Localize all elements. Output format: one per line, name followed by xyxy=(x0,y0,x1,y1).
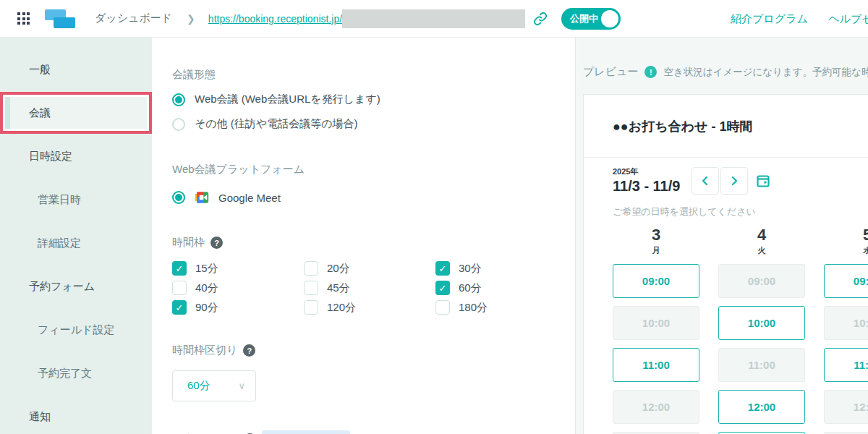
next-week-button[interactable] xyxy=(720,167,748,195)
sidebar-item[interactable]: 予約完了文 xyxy=(0,357,152,389)
time-slot-available[interactable]: 11:00 xyxy=(613,348,699,382)
day-date: 5 xyxy=(824,226,868,244)
top-header: ダッシュボード ❯ https://booking.receptionist.j… xyxy=(0,0,868,38)
time-slot-unavailable: 09:00 xyxy=(718,264,805,298)
time-slot-unavailable: 10:00 xyxy=(613,306,699,340)
slot-interval-label: 時間枠区切り xyxy=(172,344,237,357)
booking-preview-card: ●●お打ち合わせ - 1時間 2025年 11/3 - 11/9 xyxy=(583,94,868,434)
annotation-highlight-box: 会議 xyxy=(0,92,152,134)
week-range: 11/3 - 11/9 xyxy=(613,178,680,195)
duration-option[interactable]: ✓90分 xyxy=(172,300,304,315)
prev-week-button[interactable] xyxy=(692,167,719,195)
checkbox-checked-icon[interactable]: ✓ xyxy=(435,281,450,295)
radio-option-web-meeting[interactable]: Web会議 (Web会議URLを発行します) xyxy=(172,93,575,106)
duration-option[interactable]: 180分 xyxy=(435,300,567,315)
enterprise-badge: エンタープライズ xyxy=(262,430,350,434)
help-icon[interactable]: ? xyxy=(243,344,255,357)
duration-option[interactable]: 20分 xyxy=(304,261,435,276)
radio-selected-icon[interactable] xyxy=(172,93,185,106)
publish-status-toggle[interactable]: 公開中 xyxy=(561,8,621,30)
radio-unselected-icon[interactable] xyxy=(172,118,185,131)
sidebar-item[interactable]: フィールド設定 xyxy=(0,314,152,346)
duration-grid: ✓15分20分✓30分40分45分✓60分✓90分120分180分 xyxy=(172,261,575,315)
day-column: 3月09:0010:0011:0012:00 xyxy=(613,226,699,434)
checkbox-unchecked-icon[interactable] xyxy=(435,300,450,315)
radio-selected-icon[interactable] xyxy=(172,191,185,204)
time-slot-unavailable: 11:00 xyxy=(718,348,805,382)
time-slot-unavailable: 12:00 xyxy=(613,390,699,424)
time-slot-unavailable: 10:00 xyxy=(824,306,868,340)
settings-panel: 会議形態 Web会議 (Web会議URLを発行します) その他 (往訪や電話会議… xyxy=(152,38,575,434)
duration-option[interactable]: ✓15分 xyxy=(172,261,304,276)
platform-label: Web会議プラットフォーム xyxy=(172,163,575,176)
sidebar-item-active[interactable]: 会議 xyxy=(5,97,147,129)
checkbox-checked-icon[interactable]: ✓ xyxy=(172,300,187,315)
redacted-url-segment xyxy=(342,9,525,28)
day-header: 3月 xyxy=(613,226,699,256)
day-column: 4火09:0010:0011:0012:00 xyxy=(718,226,805,434)
publish-status-label: 公開中 xyxy=(570,12,598,25)
time-slot-available[interactable]: 12:00 xyxy=(718,390,805,424)
sidebar-item[interactable]: 営業日時 xyxy=(0,184,152,216)
sidebar-item[interactable]: 予約フォーム xyxy=(0,271,152,302)
meeting-format-label: 会議形態 xyxy=(172,68,575,82)
breadcrumb[interactable]: ダッシュボード xyxy=(95,12,172,25)
radio-option-other[interactable]: その他 (往訪や電話会議等の場合) xyxy=(172,117,575,131)
duration-option-label: 15分 xyxy=(195,262,218,276)
sidebar-item[interactable]: 日時設定 xyxy=(0,140,152,172)
duration-option-label: 60分 xyxy=(459,281,482,295)
preview-label: プレビュー xyxy=(583,65,638,79)
day-column: 5水09:0010:0011:0012:00 xyxy=(824,226,868,434)
duration-option-label: 180分 xyxy=(459,301,488,315)
toggle-knob xyxy=(601,10,618,27)
sidebar-nav: 一般会議日時設定営業日時詳細設定予約フォームフィールド設定予約完了文通知 xyxy=(0,38,152,434)
preview-notice: 空き状況はイメージになります。予約可能な時間枠は xyxy=(663,66,868,79)
day-weekday: 月 xyxy=(613,245,699,256)
day-weekday: 火 xyxy=(718,245,805,256)
day-header: 4火 xyxy=(718,226,805,256)
link-icon[interactable] xyxy=(532,11,548,27)
google-meet-icon xyxy=(194,190,210,205)
slot-instruction: ご希望の日時を選択してください xyxy=(613,205,868,218)
time-slot-available[interactable]: 11:00 xyxy=(824,348,868,382)
duration-option[interactable]: 45分 xyxy=(304,281,435,295)
brand-logo[interactable] xyxy=(44,8,76,30)
duration-option[interactable]: 40分 xyxy=(172,281,304,295)
help-center-link[interactable]: ヘルプセンター xyxy=(828,12,868,25)
help-icon[interactable]: ? xyxy=(210,237,223,249)
time-slot-available[interactable]: 09:00 xyxy=(613,264,699,298)
interval-select[interactable]: 60分 ∨ xyxy=(172,370,256,401)
booking-url-link[interactable]: https://booking.receptionist.jp/ xyxy=(208,13,342,25)
duration-option[interactable]: 120分 xyxy=(304,300,435,315)
meeting-title-preview: ●●お打ち合わせ - 1時間 xyxy=(584,95,868,158)
duration-option-label: 30分 xyxy=(459,262,482,276)
preview-panel: プレビュー ! 空き状況はイメージになります。予約可能な時間枠は ●●お打ち合わ… xyxy=(575,38,868,434)
interval-select-value: 60分 xyxy=(187,379,210,393)
day-date: 3 xyxy=(613,226,699,244)
checkbox-checked-icon[interactable]: ✓ xyxy=(172,261,187,276)
sidebar-item[interactable]: 一般 xyxy=(0,54,152,85)
referral-program-link[interactable]: 紹介プログラム xyxy=(731,12,808,25)
day-weekday: 水 xyxy=(824,245,868,256)
checkbox-unchecked-icon[interactable] xyxy=(304,281,318,295)
time-slots-label: 時間枠 xyxy=(172,236,205,250)
checkbox-checked-icon[interactable]: ✓ xyxy=(435,261,450,276)
chevron-right-icon: ❯ xyxy=(187,13,195,25)
sidebar-item[interactable]: 詳細設定 xyxy=(0,227,152,259)
apps-grid-icon[interactable] xyxy=(17,12,30,25)
calendar-year: 2025年 xyxy=(613,166,680,177)
duration-option[interactable]: ✓30分 xyxy=(435,261,567,276)
duration-option[interactable]: ✓60分 xyxy=(435,281,567,295)
radio-option-google-meet[interactable]: Google Meet xyxy=(172,190,575,205)
days-grid: 3月09:0010:0011:0012:004火09:0010:0011:001… xyxy=(613,226,868,434)
duration-option-label: 20分 xyxy=(327,262,350,276)
calendar-picker-button[interactable] xyxy=(749,167,777,195)
time-slot-available[interactable]: 09:00 xyxy=(824,264,868,298)
info-icon: ! xyxy=(644,66,657,78)
time-slot-available[interactable]: 10:00 xyxy=(718,306,805,340)
checkbox-unchecked-icon[interactable] xyxy=(172,281,187,295)
checkbox-unchecked-icon[interactable] xyxy=(304,300,318,315)
day-date: 4 xyxy=(718,226,805,244)
sidebar-item[interactable]: 通知 xyxy=(0,401,152,433)
checkbox-unchecked-icon[interactable] xyxy=(304,261,318,276)
